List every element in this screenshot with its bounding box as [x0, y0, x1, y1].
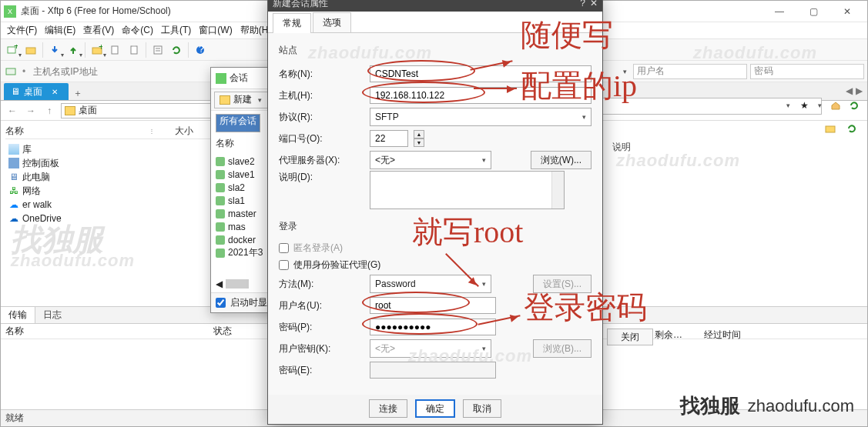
refresh-remote-button[interactable] [846, 98, 862, 113]
log-col-remaining[interactable]: 剩余… [655, 329, 682, 342]
host-label: 主机(H): [279, 89, 364, 102]
ok-button[interactable]: 确定 [415, 399, 455, 418]
local-column-header[interactable]: 名称 ⋮ 大小 [5, 124, 221, 139]
open-button[interactable] [22, 42, 39, 58]
connect-button[interactable]: 连接 [369, 399, 407, 418]
cloud-icon: ☁ [8, 199, 19, 210]
remote-new-folder-button[interactable] [822, 121, 839, 136]
tab-transfer[interactable]: 传输 [1, 307, 35, 323]
col-name[interactable]: 名称 [5, 125, 129, 138]
close-sessions-button[interactable]: 关闭 [607, 329, 653, 345]
svg-rect-14 [826, 126, 835, 132]
nav-back-button[interactable]: ← [4, 103, 21, 118]
tab-log[interactable]: 日志 [35, 307, 69, 323]
menu-tools[interactable]: 工具(T) [158, 22, 194, 38]
tree-item-control-panel[interactable]: 控制面板 [5, 156, 221, 170]
tree-item-onedrive[interactable]: ☁OneDrive [5, 212, 221, 225]
nav-fwd-button[interactable]: → [22, 103, 39, 118]
tab-label: 桌面 [24, 85, 42, 98]
name-input[interactable] [370, 65, 592, 82]
hostname-input[interactable] [370, 87, 592, 104]
method-label: 方法(M): [279, 278, 364, 291]
menu-view[interactable]: 查看(V) [80, 22, 117, 38]
new-session-dropdown[interactable]: 新建 ▾ [214, 92, 270, 108]
description-textarea[interactable] [370, 171, 565, 209]
tree-item-erwalk[interactable]: ☁er walk [5, 198, 221, 212]
log-col-name[interactable]: 名称 [5, 325, 121, 338]
remote-history-dropdown[interactable]: ▾ [783, 102, 793, 109]
cancel-button[interactable]: 取消 [463, 399, 501, 418]
tab-options[interactable]: 选项 [313, 12, 351, 32]
svg-rect-13 [6, 68, 15, 75]
tab-nav-right[interactable]: ▶ [856, 85, 863, 96]
nav-up-button[interactable]: ↑ [41, 103, 58, 118]
tab-add-button[interactable]: ＋ [69, 87, 87, 100]
props-title: 新建会话属性 [273, 0, 328, 10]
auth-method-select[interactable]: Password▾ [370, 275, 491, 293]
session-icon [216, 183, 225, 192]
properties-button[interactable] [149, 42, 166, 58]
paste-button[interactable] [126, 42, 142, 58]
refresh-button[interactable] [168, 42, 185, 58]
favorite-button[interactable]: ★ [796, 98, 812, 113]
tree-item-library[interactable]: 库 [5, 142, 221, 156]
session-icon [216, 196, 225, 205]
username-input[interactable]: 用户名 [633, 64, 747, 79]
copy-button[interactable] [107, 42, 124, 58]
proxy-label: 代理服务器(X): [279, 154, 364, 167]
transfer-down-button[interactable] [46, 42, 63, 58]
password-input[interactable]: 密码 [750, 64, 864, 79]
identity-proxy-checkbox[interactable] [279, 260, 289, 270]
menu-file[interactable]: 文件(F) [4, 22, 40, 38]
home-button[interactable] [828, 98, 843, 113]
session-icon [216, 235, 225, 245]
minimize-button[interactable]: ― [762, 1, 796, 22]
remote-col-desc[interactable]: 说明 [612, 141, 631, 154]
tree-item-this-pc[interactable]: 🖥此电脑 [5, 170, 221, 184]
identity-proxy-label: 使用身份验证代理(G) [293, 259, 380, 272]
port-spinner[interactable]: ▲▼ [414, 130, 424, 147]
remote-refresh-button[interactable] [843, 121, 860, 136]
desktop-icon: 🖥 [10, 86, 21, 97]
sessions-icon [216, 73, 226, 84]
log-col-elapsed[interactable]: 经过时间 [704, 329, 741, 342]
svg-rect-7 [132, 45, 136, 47]
protocol-label: 协议(R): [279, 111, 364, 124]
startup-show-checkbox[interactable] [216, 298, 226, 308]
key-password-input [370, 362, 496, 379]
props-help-button[interactable]: ? [580, 0, 585, 8]
login-username-input[interactable] [370, 297, 496, 314]
props-close-button[interactable]: ✕ [590, 0, 598, 8]
method-settings-button[interactable]: 设置(S)... [533, 275, 592, 293]
tab-desktop[interactable]: 🖥 桌面 ✕ [4, 83, 69, 100]
this-pc-icon: 🖥 [8, 172, 19, 182]
log-col-status[interactable]: 状态 [213, 325, 267, 338]
host-history-dropdown[interactable]: ▾ [620, 68, 630, 75]
close-button[interactable]: ✕ [830, 1, 864, 22]
svg-text:+: + [14, 45, 18, 52]
menu-edit[interactable]: 编辑(E) [42, 22, 79, 38]
tab-close-icon[interactable]: ✕ [52, 88, 58, 96]
anonymous-checkbox[interactable] [279, 243, 289, 253]
menu-command[interactable]: 命令(C) [119, 22, 156, 38]
protocol-select[interactable]: SFTP▾ [370, 108, 592, 126]
menu-window[interactable]: 窗口(W) [196, 22, 235, 38]
sessions-filter[interactable]: 所有会话 [216, 114, 260, 132]
port-label: 端口号(O): [279, 132, 364, 145]
tree-item-network[interactable]: 🖧网络 [5, 184, 221, 198]
new-session-button[interactable]: + [4, 42, 21, 58]
login-password-input[interactable] [370, 319, 496, 335]
scrollbar[interactable] [551, 172, 564, 208]
username-label: 用户名(U): [279, 299, 364, 312]
browse-proxy-button[interactable]: 浏览(W)... [531, 151, 592, 169]
transfer-up-button[interactable] [65, 42, 82, 58]
proxy-select[interactable]: <无>▾ [370, 151, 491, 169]
new-folder-button[interactable]: + [89, 42, 106, 58]
folder-icon [65, 106, 75, 115]
tab-general[interactable]: 常规 [273, 13, 311, 33]
status-text: 就绪 [5, 412, 24, 425]
maximize-button[interactable]: ▢ [796, 1, 830, 22]
port-input[interactable] [370, 130, 408, 147]
help-button[interactable]: ? [192, 42, 209, 58]
tab-nav-left[interactable]: ◀ [846, 85, 853, 96]
